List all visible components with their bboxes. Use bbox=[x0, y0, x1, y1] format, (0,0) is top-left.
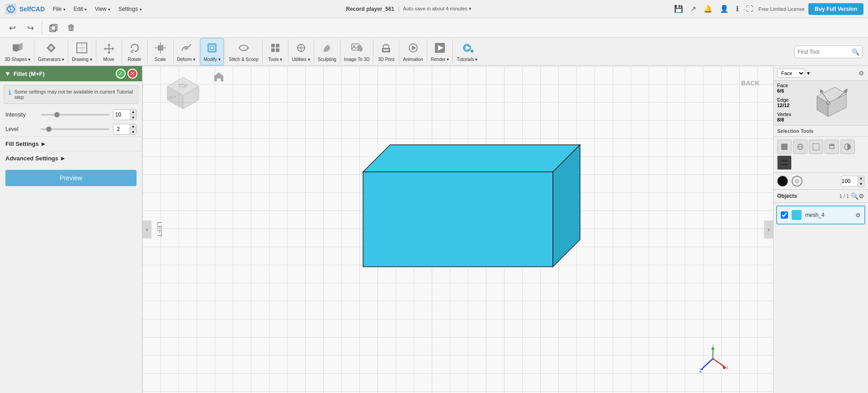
tool-deform[interactable]: Deform ▾ bbox=[175, 38, 198, 66]
advanced-settings-section[interactable]: Advanced Settings ▶ bbox=[0, 151, 142, 165]
menu-file[interactable]: File ▾ bbox=[49, 4, 69, 14]
tool-tutorials[interactable]: Tutorials ▾ bbox=[454, 38, 480, 66]
panel-close-button[interactable]: ✕ bbox=[127, 69, 137, 79]
find-tool-input[interactable] bbox=[797, 49, 852, 55]
svg-rect-20 bbox=[271, 48, 275, 52]
tool-drawing[interactable]: Drawing ▾ bbox=[69, 38, 94, 66]
sel-dark-button[interactable] bbox=[777, 155, 792, 170]
nav-home-button[interactable] bbox=[212, 70, 225, 84]
level-up-button[interactable]: ▲ bbox=[130, 124, 136, 129]
panel-header-actions: ✓ ✕ bbox=[116, 69, 137, 79]
objects-settings-button[interactable]: ⚙ bbox=[859, 192, 864, 200]
info-icon: ℹ bbox=[9, 89, 11, 96]
intensity-up-button[interactable]: ▲ bbox=[130, 109, 136, 115]
intensity-slider[interactable] bbox=[41, 114, 109, 116]
viewport-nav-left-button[interactable]: ‹ bbox=[142, 220, 151, 239]
3d-object[interactable] bbox=[327, 126, 589, 299]
tool-sep-6 bbox=[173, 40, 174, 64]
user-icon-btn[interactable]: 👤 bbox=[718, 3, 731, 15]
face-count: 6/6 bbox=[777, 88, 784, 94]
search-icon: 🔍 bbox=[852, 48, 859, 56]
object-gear-button[interactable]: ⚙ bbox=[855, 212, 861, 219]
bell-icon-btn[interactable]: 🔔 bbox=[702, 3, 714, 15]
svg-rect-2 bbox=[51, 24, 57, 30]
tool-animation[interactable]: Animation bbox=[400, 38, 425, 66]
svg-rect-62 bbox=[781, 144, 788, 150]
tool-generators[interactable]: Generators ▾ bbox=[35, 38, 67, 66]
svg-text:LEFT: LEFT bbox=[167, 95, 176, 99]
tool-sep-5 bbox=[147, 40, 148, 64]
opacity-input[interactable] bbox=[841, 178, 858, 184]
sel-cube-button[interactable] bbox=[777, 140, 792, 154]
intensity-input[interactable] bbox=[113, 112, 130, 118]
object-item-mesh4[interactable]: mesh_4 ⚙ bbox=[776, 206, 865, 225]
level-down-button[interactable]: ▼ bbox=[130, 129, 136, 135]
tool-scale[interactable]: Scale bbox=[149, 38, 172, 66]
intensity-input-box: ▲ ▼ bbox=[113, 109, 137, 120]
intensity-down-button[interactable]: ▼ bbox=[130, 115, 136, 120]
tool-stitch[interactable]: Stitch & Scoop bbox=[226, 38, 261, 66]
level-input[interactable] bbox=[113, 126, 130, 132]
sel-box-select-button[interactable] bbox=[809, 140, 823, 154]
scale-label: Scale bbox=[155, 57, 166, 62]
opacity-down-button[interactable]: ▼ bbox=[858, 181, 864, 187]
left-panel: ▼ Fillet (M+F) ✓ ✕ ℹ Some settings may n… bbox=[0, 66, 142, 393]
mesh-icon[interactable]: ⊙ bbox=[792, 176, 802, 187]
panel-dropdown-button[interactable]: ▼ bbox=[5, 70, 11, 77]
opacity-up-button[interactable]: ▲ bbox=[858, 176, 864, 181]
sel-cylinder-button[interactable] bbox=[825, 140, 839, 154]
edge-count-item: Edge 12/12 bbox=[777, 97, 791, 108]
sel-half-button[interactable] bbox=[840, 140, 855, 154]
tool-image-to-3d[interactable]: Image To 3D bbox=[341, 38, 373, 66]
viewport-nav-right-button[interactable]: › bbox=[764, 220, 773, 239]
tool-modify[interactable]: Modify ▾ bbox=[200, 38, 224, 66]
viewport[interactable]: TOP LEFT LEFT BACK bbox=[142, 66, 773, 393]
menu-edit[interactable]: Edit ▾ bbox=[70, 4, 90, 14]
rp-dropdown-button[interactable]: ▾ bbox=[807, 70, 810, 76]
panel-header: ▼ Fillet (M+F) ✓ ✕ bbox=[0, 66, 142, 81]
autosave-text[interactable]: Auto-save in about 4 minutes ▾ bbox=[403, 6, 472, 12]
svg-rect-10 bbox=[158, 45, 163, 51]
face-select[interactable]: Face Edge Vertex bbox=[777, 69, 805, 78]
menu-settings[interactable]: Settings ▾ bbox=[115, 4, 146, 14]
nav-cube-container[interactable]: TOP LEFT bbox=[160, 70, 206, 116]
fill-settings-section[interactable]: Fill Settings ▶ bbox=[0, 136, 142, 151]
info-icon-btn[interactable]: ℹ bbox=[734, 3, 741, 15]
delete-button[interactable]: 🗑 bbox=[63, 20, 80, 36]
level-label: Level bbox=[5, 126, 37, 132]
copy-button[interactable] bbox=[45, 20, 62, 36]
panel-confirm-button[interactable]: ✓ bbox=[116, 69, 126, 79]
svg-marker-31 bbox=[412, 46, 416, 50]
panel-title: Fillet (M+F) bbox=[14, 70, 113, 77]
share-icon-btn[interactable]: ↗ bbox=[689, 3, 698, 15]
svg-rect-21 bbox=[276, 48, 279, 52]
tool-tools[interactable]: Tools ▾ bbox=[264, 38, 287, 66]
tool-render[interactable]: Render ▾ bbox=[428, 38, 452, 66]
tool-move[interactable]: Move bbox=[97, 38, 121, 66]
orientation-left: LEFT bbox=[156, 222, 163, 238]
objects-search-button[interactable]: 🔍 bbox=[851, 192, 859, 200]
menu-view[interactable]: View ▾ bbox=[91, 4, 114, 14]
svg-marker-46 bbox=[711, 346, 715, 350]
tool-3dshapes[interactable]: 3D Shapes ▾ bbox=[2, 38, 33, 66]
object-checkbox[interactable] bbox=[781, 211, 788, 219]
level-slider[interactable] bbox=[41, 128, 109, 130]
save-icon-btn[interactable]: 💾 bbox=[672, 3, 685, 15]
tool-utilities[interactable]: Utilities ▾ bbox=[289, 38, 313, 66]
fullscreen-icon-btn[interactable]: ⛶ bbox=[744, 3, 755, 15]
redo-button[interactable]: ↪ bbox=[22, 20, 39, 36]
tool-sculpting[interactable]: Sculpting bbox=[315, 38, 339, 66]
logo[interactable]: SelfCAD bbox=[5, 3, 45, 15]
buy-full-version-button[interactable]: Buy Full Version bbox=[808, 3, 863, 15]
preview-button[interactable]: Preview bbox=[5, 170, 137, 186]
right-panel: Face Edge Vertex ▾ ⚙ Face 6/6 Edge 12/12… bbox=[773, 66, 868, 393]
rp-settings-button[interactable]: ⚙ bbox=[859, 70, 864, 77]
tool-3dprint[interactable]: 3D Print bbox=[374, 38, 398, 66]
color-swatch[interactable] bbox=[777, 176, 788, 187]
tool-rotate[interactable]: Rotate bbox=[123, 38, 146, 66]
main-area: ▼ Fillet (M+F) ✓ ✕ ℹ Some settings may n… bbox=[0, 66, 868, 393]
undo-button[interactable]: ↩ bbox=[4, 20, 21, 36]
object-name: mesh_4 bbox=[805, 212, 825, 218]
sel-sphere-button[interactable] bbox=[793, 140, 807, 154]
tool-sep-1 bbox=[34, 40, 34, 64]
